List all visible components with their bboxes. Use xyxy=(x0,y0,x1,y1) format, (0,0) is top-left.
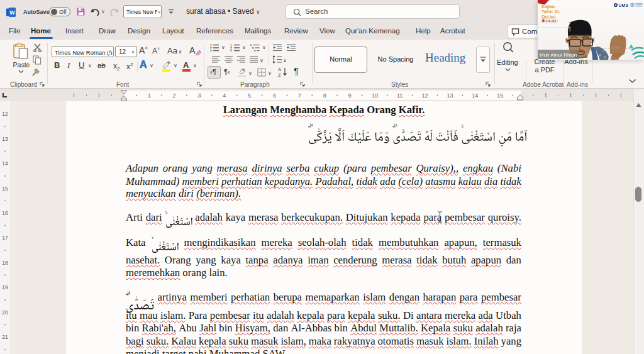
svg-text:10: 10 xyxy=(372,92,378,99)
svg-text:15: 15 xyxy=(2,185,8,192)
svg-text:1: 1 xyxy=(148,92,151,99)
svg-text:8: 8 xyxy=(323,92,326,99)
svg-text:13: 13 xyxy=(2,136,8,142)
svg-text:20: 20 xyxy=(2,309,8,316)
svg-text:5: 5 xyxy=(248,92,251,99)
svg-text:4: 4 xyxy=(223,92,226,99)
svg-text:7: 7 xyxy=(298,92,301,99)
svg-text:21: 21 xyxy=(2,334,8,340)
svg-text:9: 9 xyxy=(348,92,351,99)
svg-text:3: 3 xyxy=(230,50,232,52)
svg-text:Z: Z xyxy=(278,72,281,77)
svg-text:2: 2 xyxy=(172,92,175,99)
svg-text:Tafsir Al-: Tafsir Al- xyxy=(541,9,560,14)
svg-text:3: 3 xyxy=(197,92,201,99)
svg-text:16: 16 xyxy=(2,210,8,216)
svg-text:12: 12 xyxy=(422,92,428,99)
svg-text:13: 13 xyxy=(447,92,453,99)
svg-text:14: 14 xyxy=(2,160,8,167)
svg-text:15: 15 xyxy=(497,92,503,99)
svg-text:11: 11 xyxy=(397,92,402,99)
svg-text:19: 19 xyxy=(2,284,8,290)
svg-text:17: 17 xyxy=(2,235,8,241)
svg-text:12: 12 xyxy=(2,111,8,117)
svg-text:Kajian: Kajian xyxy=(541,4,555,9)
svg-text:18: 18 xyxy=(2,260,8,266)
svg-text:UMS: UMS xyxy=(619,3,629,8)
svg-text:14: 14 xyxy=(472,92,478,99)
svg-text:6: 6 xyxy=(273,92,276,99)
svg-text:ONLINE: ONLINE xyxy=(546,19,557,23)
svg-text:Muh Ainur Rhain: Muh Ainur Rhain xyxy=(540,52,577,58)
